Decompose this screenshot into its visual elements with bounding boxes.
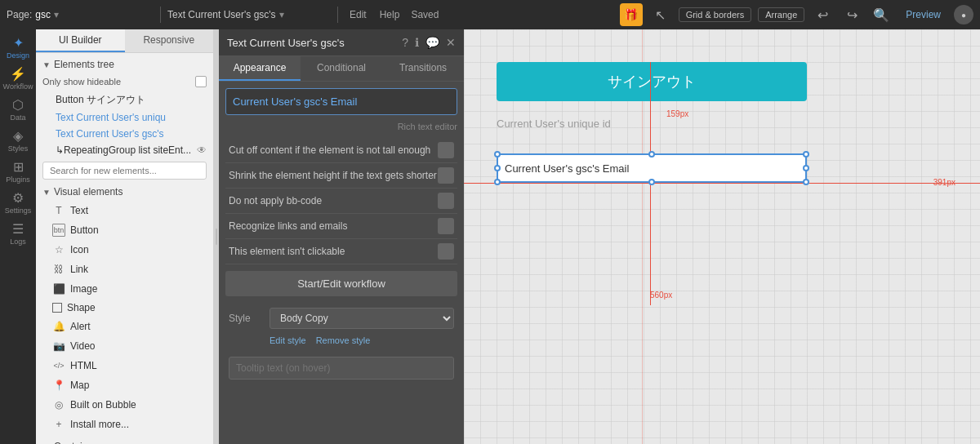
text-preview-box[interactable]: Current User's gsc's Email xyxy=(225,88,457,115)
sign-out-button[interactable]: サインアウト xyxy=(497,62,807,101)
element-item-install-more[interactable]: + Install more... xyxy=(36,415,213,434)
arrange-button[interactable]: Arrange xyxy=(758,7,804,22)
search-elements-input[interactable] xyxy=(42,162,207,180)
tab-ui-builder[interactable]: UI Builder xyxy=(36,29,125,52)
tree-item-text-gsc[interactable]: Text Current User's gsc's xyxy=(36,126,213,142)
undo-button[interactable]: ↩ xyxy=(811,3,834,26)
info-icon[interactable]: ℹ xyxy=(415,36,419,49)
grid-borders-button[interactable]: Grid & borders xyxy=(679,7,752,22)
tab-responsive[interactable]: Responsive xyxy=(125,29,214,52)
cursor-icon[interactable]: ↖ xyxy=(649,3,672,26)
no-bbcode-toggle[interactable] xyxy=(438,193,454,209)
prop-tab-appearance[interactable]: Appearance xyxy=(219,56,301,81)
elements-tree: ▼ Elements tree Only show hideable Butto… xyxy=(36,53,213,444)
only-show-hideable-checkbox[interactable] xyxy=(195,76,207,87)
html-element-label: HTML xyxy=(70,360,97,371)
canvas-area[interactable]: サインアウト 159px 391px 560px Current User's … xyxy=(464,29,980,444)
shrink-toggle[interactable] xyxy=(438,167,454,184)
video-element-icon: 📷 xyxy=(52,340,65,353)
styles-icon: ◈ xyxy=(13,128,23,144)
eye-icon[interactable]: 👁 xyxy=(197,144,207,156)
top-bar: Page: gsc ▾ Text Current User's gsc's ▾ … xyxy=(0,0,980,29)
tooltip-row xyxy=(225,353,457,383)
element-item-built-on-bubble[interactable]: ◎ Built on Bubble xyxy=(36,395,213,415)
link-element-label: Link xyxy=(70,264,88,275)
element-item-text[interactable]: T Text xyxy=(36,201,213,220)
prop-tab-conditional[interactable]: Conditional xyxy=(301,56,382,81)
image-element-label: Image xyxy=(70,283,97,295)
tree-header[interactable]: ▼ Elements tree xyxy=(36,56,213,73)
not-clickable-toggle[interactable] xyxy=(438,243,454,260)
bubble-element-icon: ◎ xyxy=(52,398,65,411)
recognize-links-toggle[interactable] xyxy=(438,218,454,234)
tree-item-repeating-group[interactable]: ↳RepeatingGroup list siteEnt... 👁 xyxy=(36,142,213,158)
sidebar-item-plugins[interactable]: ⊞ Plugins xyxy=(3,157,33,186)
element-item-shape[interactable]: Shape xyxy=(36,299,213,317)
button-element-label: Button xyxy=(70,224,99,236)
visual-elements-header[interactable]: ▼ Visual elements xyxy=(36,183,213,201)
workflow-button[interactable]: Start/Edit workflow xyxy=(225,271,457,296)
remove-style-link[interactable]: Remove style xyxy=(316,335,371,345)
only-show-hideable-label: Only show hideable xyxy=(42,77,121,87)
properties-panel: Text Current User's gsc's ? ℹ 💬 ✕ Appear… xyxy=(219,29,464,444)
element-selector[interactable]: Text Current User's gsc's ▾ xyxy=(167,9,331,20)
element-item-link[interactable]: ⛓ Link xyxy=(36,260,213,279)
style-label: Style xyxy=(229,313,270,324)
prop-header-icons: ? ℹ 💬 ✕ xyxy=(402,36,456,49)
preview-button[interactable]: Preview xyxy=(899,7,947,22)
tooltip-input[interactable] xyxy=(229,357,454,380)
search-button[interactable]: 🔍 xyxy=(870,3,893,26)
data-icon: ⬡ xyxy=(12,97,24,113)
prop-row-recognize-links: Recognize links and emails xyxy=(225,214,457,239)
style-dropdown[interactable]: Body Copy xyxy=(270,308,454,329)
element-item-map[interactable]: 📍 Map xyxy=(36,375,213,395)
tree-item-button-signout[interactable]: Button サインアウト xyxy=(36,91,213,109)
containers-label: Containers xyxy=(54,441,101,444)
style-links: Edit style Remove style xyxy=(225,334,457,350)
elements-panel: UI Builder Responsive ▼ Elements tree On… xyxy=(36,29,214,444)
sidebar-item-design[interactable]: ✦ Design xyxy=(3,33,33,62)
edit-style-link[interactable]: Edit style xyxy=(270,335,306,345)
icon-element-icon: ☆ xyxy=(52,243,65,256)
help-button[interactable]: Help xyxy=(375,7,405,22)
selected-text-element[interactable]: Current User's gsc's Email xyxy=(497,153,807,183)
workflow-label: Workflow xyxy=(3,82,33,91)
prop-tab-transitions[interactable]: Transitions xyxy=(382,56,464,81)
page-selector[interactable]: Page: gsc ▾ xyxy=(7,9,154,20)
chat-icon[interactable]: 💬 xyxy=(425,36,439,49)
sel-handle-tm xyxy=(648,151,655,158)
edit-button[interactable]: Edit xyxy=(345,7,372,22)
sel-handle-ml xyxy=(494,165,501,171)
repeating-group-label: ↳RepeatingGroup list siteEnt... xyxy=(56,144,191,156)
cut-off-toggle[interactable] xyxy=(438,142,454,158)
button-signout-label: Button サインアウト xyxy=(56,93,145,107)
element-item-video[interactable]: 📷 Video xyxy=(36,336,213,356)
sidebar-item-styles[interactable]: ◈ Styles xyxy=(3,126,33,155)
sidebar-item-workflow[interactable]: ⚡ Workflow xyxy=(3,64,33,93)
only-show-hideable-row: Only show hideable xyxy=(36,73,213,91)
settings-label: Settings xyxy=(5,206,32,215)
close-icon[interactable]: ✕ xyxy=(446,36,456,49)
page-label: Page: xyxy=(7,9,32,20)
sidebar-item-logs[interactable]: ☰ Logs xyxy=(3,219,33,248)
element-item-button[interactable]: btn Button xyxy=(36,220,213,240)
text-gsc-label: Text Current User's gsc's xyxy=(56,128,164,140)
element-name: Text Current User's gsc's xyxy=(167,9,276,20)
collapse-icon: ▼ xyxy=(42,188,51,197)
measurement-560: 560px xyxy=(650,291,672,300)
rich-text-editor-label[interactable]: Rich text editor xyxy=(225,122,457,131)
sidebar-item-data[interactable]: ⬡ Data xyxy=(3,95,33,124)
element-item-html[interactable]: </> HTML xyxy=(36,356,213,375)
gift-button[interactable]: 🎁 xyxy=(620,3,643,26)
element-item-image[interactable]: ⬛ Image xyxy=(36,279,213,299)
element-item-alert[interactable]: 🔔 Alert xyxy=(36,317,213,336)
sidebar-item-settings[interactable]: ⚙ Settings xyxy=(3,188,33,217)
prop-tabs: Appearance Conditional Transitions xyxy=(219,56,464,82)
tree-item-text-unique[interactable]: Text Current User's uniqu xyxy=(36,109,213,126)
text-element-content: Current User's gsc's Email xyxy=(505,162,629,175)
containers-header[interactable]: ▼ Containers xyxy=(36,437,213,444)
redo-button[interactable]: ↪ xyxy=(840,3,863,26)
divider-2 xyxy=(337,7,338,23)
help-icon[interactable]: ? xyxy=(402,36,408,49)
element-item-icon[interactable]: ☆ Icon xyxy=(36,240,213,260)
